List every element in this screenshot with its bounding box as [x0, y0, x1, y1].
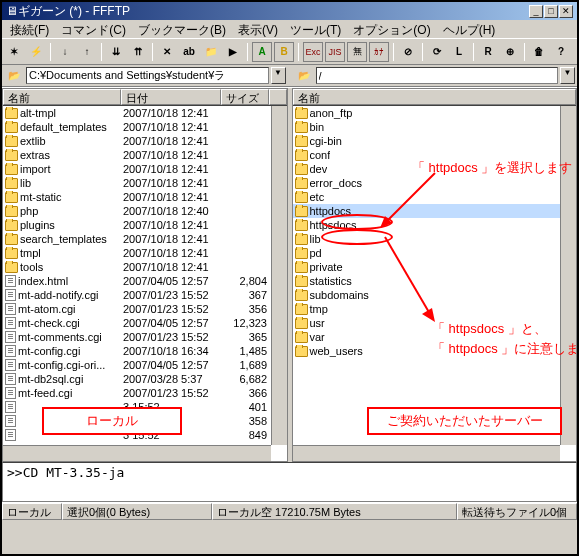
file-name: usr	[310, 317, 325, 329]
file-size: 367	[223, 289, 271, 301]
mkdir-icon[interactable]: 📁	[201, 42, 221, 62]
kana-icon[interactable]: ⟳	[427, 42, 447, 62]
remote-updir-button[interactable]: 📂	[294, 66, 314, 86]
list-b-icon[interactable]: B	[274, 42, 294, 62]
list-item[interactable]: mt-config.cgi2007/10/18 16:341,485	[3, 344, 287, 358]
list-item[interactable]: mt-check.cgi2007/04/05 12:5712,323	[3, 316, 287, 330]
connect-icon[interactable]: ⚡	[26, 42, 46, 62]
mirror-down-icon[interactable]: ⇊	[106, 42, 126, 62]
file-name: etc	[310, 191, 325, 203]
list-item[interactable]: error_docs	[293, 176, 577, 190]
list-item[interactable]: mt-feed.cgi2007/01/23 15:52366	[3, 386, 287, 400]
list-item[interactable]: tmp	[293, 302, 577, 316]
list-item[interactable]: etc	[293, 190, 577, 204]
list-item[interactable]: index.html2007/04/05 12:572,804	[3, 274, 287, 288]
file-name: extras	[20, 149, 50, 161]
remote-scrollbar-h[interactable]	[293, 445, 561, 461]
list-item[interactable]: pd	[293, 246, 577, 260]
log-pane[interactable]: >>CD MT-3.35-ja	[2, 462, 577, 502]
menu-view[interactable]: 表示(V)	[232, 21, 284, 37]
list-icon[interactable]: ⊕	[500, 42, 520, 62]
list-item[interactable]: mt-static2007/10/18 12:41	[3, 190, 287, 204]
annotation-server-box: ご契約いただいたサーバー	[367, 407, 562, 435]
findnext-icon[interactable]: ?	[551, 42, 571, 62]
folder-icon	[5, 206, 18, 217]
file-size: 1,689	[223, 359, 271, 371]
file-size: 1,485	[223, 345, 271, 357]
menu-help[interactable]: ヘルプ(H)	[437, 21, 502, 37]
statusbar: ローカル 選択0個(0 Bytes) ローカル空 17210.75M Bytes…	[2, 502, 577, 520]
col-name[interactable]: 名前	[293, 89, 577, 105]
list-item[interactable]: extlib2007/10/18 12:41	[3, 134, 287, 148]
file-size: 366	[223, 387, 271, 399]
remote-path-dropdown[interactable]: ▼	[560, 67, 575, 84]
list-item[interactable]: private	[293, 260, 577, 274]
list-item[interactable]: bin	[293, 120, 577, 134]
exec-icon[interactable]: ▶	[223, 42, 243, 62]
list-item[interactable]: default_templates2007/10/18 12:41	[3, 120, 287, 134]
folder-icon	[5, 248, 18, 259]
list-item[interactable]: mt-config.cgi-ori...2007/04/05 12:571,68…	[3, 358, 287, 372]
local-scrollbar-h[interactable]	[3, 445, 271, 461]
list-item[interactable]: plugins2007/10/18 12:41	[3, 218, 287, 232]
mirror-up-icon[interactable]: ⇈	[128, 42, 148, 62]
list-item[interactable]: mt-db2sql.cgi2007/03/28 5:376,682	[3, 372, 287, 386]
ascii-icon[interactable]: Exc	[303, 42, 323, 62]
list-item[interactable]: search_templates2007/10/18 12:41	[3, 232, 287, 246]
list-item[interactable]: statistics	[293, 274, 577, 288]
col-name[interactable]: 名前	[3, 89, 121, 105]
refresh-icon[interactable]: R	[478, 42, 498, 62]
file-date: 2007/10/18 12:41	[123, 233, 223, 245]
upload-icon[interactable]: ↑	[77, 42, 97, 62]
list-item[interactable]: httpdocs	[293, 204, 577, 218]
jis-icon[interactable]: ｶﾅ	[369, 42, 389, 62]
list-item[interactable]: cgi-bin	[293, 134, 577, 148]
binary-icon[interactable]: JIS	[325, 42, 345, 62]
list-item[interactable]: extras2007/10/18 12:41	[3, 148, 287, 162]
list-item[interactable]: mt-atom.cgi2007/01/23 15:52356	[3, 302, 287, 316]
none-icon[interactable]: ⊘	[398, 42, 418, 62]
menu-connect[interactable]: 接続(F)	[4, 21, 55, 37]
list-item[interactable]: alt-tmpl2007/10/18 12:41	[3, 106, 287, 120]
menu-command[interactable]: コマンド(C)	[55, 21, 132, 37]
menu-option[interactable]: オプション(O)	[347, 21, 436, 37]
folder-icon	[295, 276, 308, 287]
file-name: mt-db2sql.cgi	[18, 373, 83, 385]
list-item[interactable]: lib2007/10/18 12:41	[3, 176, 287, 190]
close-button[interactable]: ✕	[559, 5, 573, 18]
euc-icon[interactable]: 無	[347, 42, 367, 62]
list-item[interactable]: mt-add-notify.cgi2007/01/23 15:52367	[3, 288, 287, 302]
list-item[interactable]: httpsdocs	[293, 218, 577, 232]
local-path-input[interactable]	[26, 67, 269, 84]
col-size[interactable]: サイズ	[221, 89, 269, 105]
list-item[interactable]: lib	[293, 232, 577, 246]
list-a-icon[interactable]: A	[252, 42, 272, 62]
disconnect-icon[interactable]: ✶	[4, 42, 24, 62]
col-attr[interactable]	[269, 89, 287, 105]
local-scrollbar-v[interactable]	[271, 106, 287, 445]
report-icon[interactable]: 🗑	[529, 42, 549, 62]
list-item[interactable]: php2007/10/18 12:40	[3, 204, 287, 218]
remote-scrollbar-v[interactable]	[560, 106, 576, 445]
list-item[interactable]: mt-comments.cgi2007/01/23 15:52365	[3, 330, 287, 344]
download-icon[interactable]: ↓	[55, 42, 75, 62]
col-date[interactable]: 日付	[121, 89, 221, 105]
rename-icon[interactable]: ab	[179, 42, 199, 62]
list-item[interactable]: tmpl2007/10/18 12:41	[3, 246, 287, 260]
menu-bookmark[interactable]: ブックマーク(B)	[132, 21, 232, 37]
minimize-button[interactable]: _	[529, 5, 543, 18]
menu-tool[interactable]: ツール(T)	[284, 21, 347, 37]
local-path-dropdown[interactable]: ▼	[271, 67, 286, 84]
list-item[interactable]: import2007/10/18 12:41	[3, 162, 287, 176]
remote-path-input[interactable]	[316, 67, 559, 84]
list-item[interactable]: subdomains	[293, 288, 577, 302]
maximize-button[interactable]: □	[544, 5, 558, 18]
file-name: httpsdocs	[310, 219, 357, 231]
list-item[interactable]: tools2007/10/18 12:41	[3, 260, 287, 274]
file-size: 356	[223, 303, 271, 315]
local-updir-button[interactable]: 📂	[4, 66, 24, 86]
list-item[interactable]: anon_ftp	[293, 106, 577, 120]
delete-icon[interactable]: ✕	[157, 42, 177, 62]
abort-icon[interactable]: L	[449, 42, 469, 62]
file-name: cgi-bin	[310, 135, 342, 147]
